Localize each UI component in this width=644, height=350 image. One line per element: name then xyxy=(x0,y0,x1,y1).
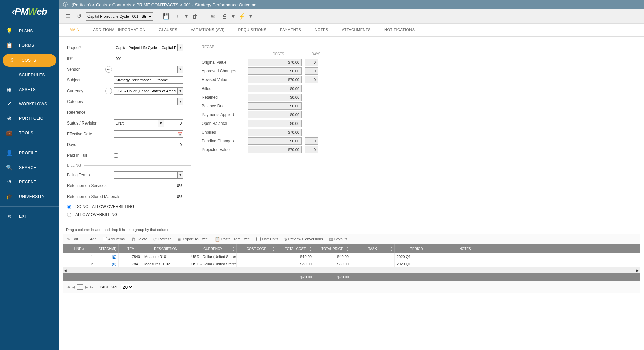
billterms-dropdown-icon[interactable]: ▼ xyxy=(177,171,183,179)
mail-icon[interactable]: ✉ xyxy=(208,12,218,21)
grid-add[interactable]: ＋Add xyxy=(84,236,97,242)
recap-label: Approved Changes xyxy=(202,69,245,73)
vendor-field[interactable] xyxy=(114,66,177,73)
grid-delete[interactable]: 🗑Delete xyxy=(131,237,147,242)
pager-size-select[interactable]: 20 xyxy=(121,284,133,290)
col-description[interactable]: DESCRIPTION⋮ xyxy=(142,244,189,253)
billterms-field[interactable] xyxy=(114,171,177,179)
graduation-icon: 🎓 xyxy=(5,193,13,200)
nav-assets[interactable]: ▦ASSETS xyxy=(0,82,59,97)
nav-university[interactable]: 🎓UNIVERSITY xyxy=(0,189,59,204)
col-costcode[interactable]: COST CODE⋮ xyxy=(237,244,277,253)
category-dropdown-icon[interactable]: ▼ xyxy=(177,98,183,105)
project-selector[interactable]: Capital Project Life Cycle - 001 - Str xyxy=(86,12,153,21)
grid-paste[interactable]: 📋Paste From Excel xyxy=(215,237,251,242)
tab-requisitions[interactable]: REQUISITIONS xyxy=(231,24,274,36)
crumb-portfolio[interactable]: (Portfolio) xyxy=(72,2,91,7)
currency-field[interactable] xyxy=(114,87,177,95)
allowover-radio[interactable] xyxy=(67,213,71,217)
tab-attachments[interactable]: ATTACHMENTS xyxy=(335,24,378,36)
col-totalcost[interactable]: TOTAL COST⋮ xyxy=(277,244,314,253)
nav-costs[interactable]: $COSTS xyxy=(3,54,56,67)
nav-plans[interactable]: 💡PLANS xyxy=(0,24,59,38)
tab-main[interactable]: MAIN xyxy=(63,24,86,36)
tab-notifications[interactable]: NOTIFICATIONS xyxy=(378,24,422,36)
label-status: Status / Revision xyxy=(67,121,114,126)
subject-field[interactable] xyxy=(114,76,183,84)
project-dropdown-icon[interactable]: ▼ xyxy=(177,44,183,51)
nav-exit[interactable]: ⎋EXIT xyxy=(0,209,59,223)
attachments-link[interactable]: (0) xyxy=(95,253,119,260)
col-task[interactable]: TASK⋮ xyxy=(351,244,395,253)
grid-group-hint[interactable]: Drag a column header and drop it here to… xyxy=(63,225,640,234)
pager-last-icon[interactable]: ⏭ xyxy=(90,285,94,289)
vendor-dropdown-icon[interactable]: ▼ xyxy=(177,66,183,73)
grid-hscroll[interactable]: ◀▶ xyxy=(63,268,640,273)
grid-edit[interactable]: ✎Edit xyxy=(67,237,78,242)
retserv-field[interactable] xyxy=(168,182,184,189)
col-period[interactable]: PERIOD⋮ xyxy=(395,244,438,253)
category-field[interactable] xyxy=(114,98,177,105)
col-totalprice[interactable]: TOTAL PRICE⋮ xyxy=(314,244,351,253)
col-line[interactable]: LINE #⋮ xyxy=(63,244,95,253)
print-dropdown-icon[interactable]: ▾ xyxy=(231,12,235,21)
tab-payments[interactable]: PAYMENTS xyxy=(273,24,308,36)
nav-schedules[interactable]: ≡SCHEDULES xyxy=(0,68,59,82)
add-icon[interactable]: ＋ xyxy=(173,12,182,21)
reference-field[interactable] xyxy=(114,109,183,116)
save-icon[interactable]: 💾 xyxy=(162,12,171,21)
grid-preview[interactable]: $Preview Conversions xyxy=(284,237,323,242)
pager-prev-icon[interactable]: ◀ xyxy=(72,285,75,289)
project-field[interactable] xyxy=(114,44,177,51)
nav-recent[interactable]: ↺RECENT xyxy=(0,175,59,189)
id-field[interactable] xyxy=(114,55,183,62)
history-icon[interactable]: ↺ xyxy=(74,12,84,21)
pager-first-icon[interactable]: ⏮ xyxy=(67,285,70,289)
status-dropdown-icon[interactable]: ▼ xyxy=(158,119,164,127)
nav-tools[interactable]: 💼TOOLS xyxy=(0,126,59,140)
delete-icon[interactable]: 🗑 xyxy=(190,12,200,21)
pager-next-icon[interactable]: ▶ xyxy=(85,285,88,289)
grid-additems[interactable]: Add Items xyxy=(103,237,125,241)
calendar-icon[interactable]: 📅 xyxy=(176,130,183,138)
grid-units[interactable]: Use Units xyxy=(256,237,278,241)
tab-additional[interactable]: ADDITIONAL INFORMATION xyxy=(86,24,152,36)
recap-costs-header: COSTS xyxy=(251,52,305,56)
currency-dropdown-icon[interactable]: ▼ xyxy=(177,87,183,95)
days-field[interactable] xyxy=(114,141,183,148)
col-item[interactable]: ITEM⋮ xyxy=(119,244,142,253)
grid-layouts[interactable]: ▦Layouts xyxy=(329,237,348,242)
retmat-field[interactable] xyxy=(168,193,184,200)
grid-refresh[interactable]: ⟳Refresh xyxy=(153,237,172,242)
table-row[interactable]: 2 (0) 7841 Measures 0102 USD - Dollar (U… xyxy=(63,260,640,268)
attachments-link[interactable]: (0) xyxy=(95,260,119,267)
add-dropdown-icon[interactable]: ▾ xyxy=(184,12,188,21)
noover-radio[interactable] xyxy=(67,205,71,209)
bolt-dropdown-icon[interactable]: ▾ xyxy=(249,12,253,21)
nav-label: WORKFLOWS xyxy=(19,102,47,106)
recap-cost: $0.00 xyxy=(248,111,302,118)
grid-excel[interactable]: ▣Export To Excel xyxy=(177,237,208,242)
currency-lookup-icon[interactable]: ⋯ xyxy=(105,88,112,94)
nav-portfolio[interactable]: ⊕PORTFOLIO xyxy=(0,111,59,126)
tab-variations[interactable]: VARIATIONS (AVI) xyxy=(184,24,231,36)
tab-notes[interactable]: NOTES xyxy=(308,24,335,36)
vendor-lookup-icon[interactable]: ⋯ xyxy=(105,66,112,73)
bolt-icon[interactable]: ⚡ xyxy=(237,12,247,21)
tab-clauses[interactable]: CLAUSES xyxy=(152,24,184,36)
nav-profile[interactable]: 👤PROFILE xyxy=(0,146,59,160)
effdate-field[interactable] xyxy=(114,130,176,138)
nav-workflows[interactable]: ✔WORKFLOWS xyxy=(0,97,59,111)
col-currency[interactable]: CURRENCY⋮ xyxy=(189,244,237,253)
status-field[interactable] xyxy=(114,119,158,127)
revision-field[interactable] xyxy=(164,119,183,127)
col-notes[interactable]: NOTES⋮ xyxy=(438,244,492,253)
paidfull-checkbox[interactable] xyxy=(114,153,118,158)
nav-search[interactable]: 🔍SEARCH xyxy=(0,160,59,175)
nav-forms[interactable]: 📋FORMS xyxy=(0,38,59,53)
list-icon[interactable]: ☰ xyxy=(63,12,72,21)
col-attachments[interactable]: ATTACHMENTS⋮ xyxy=(95,244,119,253)
info-icon[interactable]: ⓘ xyxy=(63,2,68,8)
print-icon[interactable]: 🖨 xyxy=(220,12,229,21)
table-row[interactable]: 1 (0) 7840 Measure 0101 USD - Dollar (Un… xyxy=(63,253,640,260)
